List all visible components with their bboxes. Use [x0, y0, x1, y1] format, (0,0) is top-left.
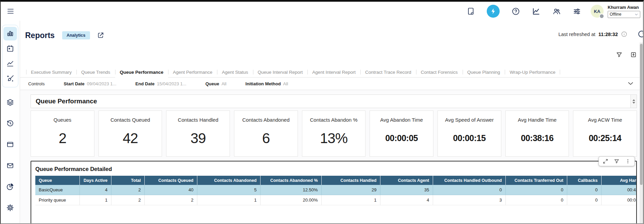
tab-agent-performance[interactable]: Agent Performance — [168, 67, 217, 77]
table-row-priority-queue[interactable]: Priority queue122120.00%1430000:01:1 — [35, 195, 636, 205]
report-content: Queue Performance Queues2Contacts Queued… — [20, 90, 643, 223]
users-icon[interactable] — [552, 7, 561, 16]
control-end-date[interactable]: End Date15/04/2023 1... — [136, 81, 186, 86]
tab-queue-performance[interactable]: Queue Performance — [115, 67, 168, 77]
metric-card-avg-acw-time: Avg ACW Time00:25:14 — [573, 110, 637, 157]
metric-card-contacts-abandon: Contacts Abandon %13% — [302, 110, 366, 157]
column-header-days-active[interactable]: Days Active — [79, 176, 111, 185]
metric-value: 00:25:14 — [589, 120, 621, 156]
external-link-icon[interactable] — [97, 32, 104, 39]
menu-icon[interactable] — [6, 7, 15, 16]
metric-value: 42 — [123, 120, 138, 156]
table-cell: 5 — [197, 185, 260, 195]
column-header-contacts-abandoned[interactable]: Contacts Abandoned — [197, 176, 260, 185]
spinner-up-icon[interactable] — [632, 99, 635, 101]
section-title: Queue Performance — [36, 98, 97, 105]
topbar-actions: KA Khurram Awan Offline — [466, 5, 640, 18]
tab-agent-status[interactable]: Agent Status — [217, 67, 253, 77]
control-field-value: 09/04/2023 1... — [87, 81, 117, 86]
column-header-avg-handl[interactable]: Avg Handl. — [601, 176, 636, 185]
table-cell: 00:42:2 — [601, 185, 636, 195]
metrics-icon[interactable] — [532, 7, 540, 16]
layers-icon[interactable] — [3, 96, 17, 109]
window-icon[interactable] — [3, 138, 17, 151]
note-icon[interactable] — [466, 7, 475, 16]
control-initiation-method[interactable]: Initiation MethodAll — [246, 81, 288, 86]
table-cell: 0 — [505, 185, 567, 195]
bar-chart-icon[interactable] — [3, 27, 17, 40]
help-icon[interactable] — [511, 7, 520, 16]
report-tabs: Executive SummaryQueue TrendsQueue Perfo… — [20, 67, 643, 77]
tab-queue-planning[interactable]: Queue Planning — [463, 67, 505, 77]
lightning-icon[interactable] — [487, 5, 500, 18]
column-header-contacts-handled[interactable]: Contacts Handled — [321, 176, 380, 185]
sidebar-group-analytics — [2, 25, 18, 87]
tab-contract-trace-record[interactable]: Contract Trace Record — [360, 67, 416, 77]
control-start-date[interactable]: Start Date09/04/2023 1... — [64, 81, 116, 86]
column-header-contacts-abandoned[interactable]: Contacts Abandoned % — [260, 176, 321, 185]
tab-queue-trends[interactable]: Queue Trends — [76, 67, 115, 77]
status-select[interactable]: Offline — [608, 11, 640, 18]
column-header-contacts-handled-outbound[interactable]: Contacts Handled Outbound — [433, 176, 505, 185]
main: Reports Analytics Last refreshed at 11:2… — [20, 21, 643, 223]
sliders-icon[interactable] — [572, 7, 581, 16]
queue-performance-table: QueueDays ActiveTotalContacts QueuedCont… — [35, 176, 636, 205]
control-queue[interactable]: QueueAll — [205, 81, 227, 86]
table-cell: 3 — [433, 195, 505, 205]
tab-wrap-up-performance[interactable]: Wrap-Up Performance — [505, 67, 560, 77]
pie-chart-icon[interactable] — [3, 180, 17, 193]
section-spinner[interactable] — [630, 95, 637, 108]
metric-card-contacts-handled: Contacts Handled39 — [166, 110, 230, 157]
panel-toolbar — [598, 156, 635, 166]
tab-executive-summary[interactable]: Executive Summary — [26, 67, 76, 77]
column-header-total[interactable]: Total — [111, 176, 144, 185]
table-cell: 0 — [567, 185, 601, 195]
metric-value: 00:00:15 — [453, 120, 486, 156]
table-cell: Priority queue — [35, 195, 79, 205]
table-filter-icon[interactable] — [614, 158, 620, 164]
metric-value: 2 — [59, 120, 66, 156]
table-cell: 0 — [433, 185, 505, 195]
control-field-label: Queue — [205, 81, 219, 86]
column-header-contacts-queued[interactable]: Contacts Queued — [144, 176, 197, 185]
topbar: KA Khurram Awan Offline — [1, 2, 643, 21]
avatar[interactable]: KA — [591, 5, 604, 18]
control-field-label: Initiation Method — [246, 81, 281, 86]
user-area: KA Khurram Awan Offline — [591, 5, 640, 18]
section-header: Queue Performance — [31, 94, 637, 108]
controls-label: Controls — [28, 81, 44, 86]
column-header-callbacks[interactable]: Callbacks — [567, 176, 601, 185]
gear-icon[interactable] — [3, 201, 17, 214]
kebab-menu-icon[interactable] — [625, 158, 631, 164]
calendar-icon[interactable] — [3, 42, 17, 55]
info-icon[interactable] — [621, 31, 627, 37]
metric-card-avg-speed-of-answer: Avg Speed of Answer00:00:15 — [437, 110, 501, 157]
scrollbar-thumb[interactable] — [640, 44, 643, 185]
page-header: Reports Analytics Last refreshed at 11:2… — [20, 21, 643, 46]
tab-queue-interval-report[interactable]: Queue Interval Report — [253, 67, 308, 77]
table-row-basicqueue[interactable]: BasicQueue4240512.50%293500000:42:2 — [35, 185, 636, 195]
table-cell: 12.50% — [260, 185, 321, 195]
scrollbar-track[interactable] — [640, 42, 643, 223]
metric-value: 39 — [191, 120, 206, 156]
tab-contact-forensics[interactable]: Contact Forensics — [416, 67, 463, 77]
line-chart-icon[interactable] — [3, 57, 17, 70]
column-header-contacts-tranferred-out[interactable]: Contacts Tranferred Out — [505, 176, 567, 185]
brush-icon[interactable] — [3, 72, 17, 85]
table-cell: 29 — [321, 185, 380, 195]
column-header-queue[interactable]: Queue — [35, 176, 79, 185]
expand-icon[interactable] — [603, 158, 608, 164]
controls-collapse-icon[interactable] — [627, 80, 634, 87]
mail-icon[interactable] — [3, 159, 17, 172]
table-cell: 2 — [111, 185, 144, 195]
sidebar-secondary — [3, 96, 17, 214]
metric-value: 13% — [320, 120, 347, 156]
tab-agent-interval-report[interactable]: Agent Interval Report — [307, 67, 360, 77]
export-icon[interactable] — [630, 51, 637, 58]
column-header-contacts-agent[interactable]: Contacts Agent — [380, 176, 433, 185]
refresh-icon[interactable] — [637, 30, 643, 38]
table-title: Queue Performance Detailed — [35, 166, 636, 172]
spinner-down-icon[interactable] — [632, 102, 635, 104]
filter-icon[interactable] — [616, 51, 623, 58]
history-icon[interactable] — [3, 117, 17, 130]
